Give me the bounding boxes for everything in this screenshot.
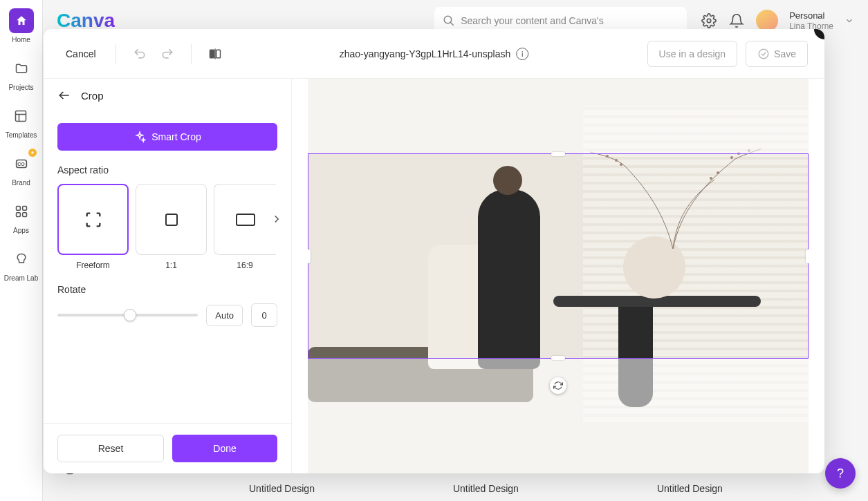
user-plan: Personal bbox=[789, 10, 833, 21]
arrow-left-icon bbox=[57, 88, 71, 102]
use-in-design-button[interactable]: Use in a design bbox=[647, 41, 738, 67]
svg-point-14 bbox=[759, 49, 768, 59]
ratio-16-9[interactable]: 16:9 bbox=[214, 184, 276, 270]
search-icon bbox=[443, 15, 455, 27]
smart-crop-label: Smart Crop bbox=[151, 131, 201, 142]
divider bbox=[191, 44, 192, 64]
nav-templates[interactable]: Templates bbox=[6, 104, 37, 139]
sparkle-icon bbox=[133, 131, 146, 143]
modal-body: Crop Smart Crop Aspect ratio Freeform bbox=[44, 79, 824, 473]
rotate-slider[interactable] bbox=[57, 314, 198, 316]
rotate-controls: Auto bbox=[57, 303, 277, 327]
ratio-freeform[interactable]: Freeform bbox=[57, 184, 129, 270]
crop-title: Crop bbox=[81, 90, 104, 102]
filename-text: zhao-yangyang-Y3gpL1HrL14-unsplash bbox=[340, 48, 511, 59]
crop-handle-right[interactable] bbox=[806, 249, 809, 263]
help-button[interactable]: ? bbox=[825, 458, 856, 489]
smart-crop-button[interactable]: Smart Crop bbox=[57, 123, 277, 151]
nav-brand[interactable]: CO Brand bbox=[9, 151, 34, 187]
folder-icon bbox=[9, 56, 34, 81]
rotate-handle[interactable] bbox=[550, 377, 566, 394]
undo-icon bbox=[133, 47, 147, 61]
auto-button[interactable]: Auto bbox=[206, 305, 243, 326]
help-label: ? bbox=[837, 466, 844, 481]
nav-label: Projects bbox=[8, 84, 33, 91]
info-icon[interactable]: i bbox=[516, 48, 528, 60]
square-icon bbox=[163, 211, 180, 228]
nav-apps[interactable]: Apps bbox=[9, 199, 34, 234]
crop-panel: Crop Smart Crop Aspect ratio Freeform bbox=[44, 79, 292, 473]
design-item[interactable]: Untitled Design bbox=[453, 483, 519, 494]
ratio-thumb bbox=[136, 184, 207, 255]
ratio-label: 16:9 bbox=[237, 261, 252, 270]
ratio-options: Freeform 1:1 16:9 bbox=[57, 184, 277, 270]
reset-button[interactable]: Reset bbox=[57, 435, 164, 462]
svg-rect-0 bbox=[16, 111, 26, 122]
aspect-ratio-label: Aspect ratio bbox=[57, 164, 277, 176]
settings-icon[interactable] bbox=[701, 12, 717, 29]
crop-dim-bottom bbox=[308, 359, 809, 473]
save-label: Save bbox=[774, 48, 796, 59]
svg-point-8 bbox=[444, 16, 452, 23]
flip-button[interactable] bbox=[205, 44, 225, 64]
ratio-thumb bbox=[214, 184, 276, 255]
templates-icon bbox=[8, 104, 33, 129]
image-preview bbox=[292, 79, 824, 473]
left-nav-rail: Home Projects Templates CO Brand bbox=[0, 0, 43, 501]
crop-content: Smart Crop Aspect ratio Freeform bbox=[44, 112, 291, 423]
rotate-input[interactable] bbox=[251, 303, 277, 327]
bell-icon[interactable] bbox=[728, 12, 745, 29]
wide-icon bbox=[235, 213, 256, 227]
crop-handle-left[interactable] bbox=[308, 249, 311, 263]
nav-label: Templates bbox=[6, 131, 37, 139]
done-button[interactable]: Done bbox=[172, 435, 277, 462]
filename-area: zhao-yangyang-Y3gpL1HrL14-unsplash i bbox=[340, 48, 529, 60]
ratio-label: Freeform bbox=[76, 261, 110, 270]
image-canvas[interactable] bbox=[308, 79, 809, 473]
dream-lab-icon bbox=[9, 247, 34, 272]
search-placeholder: Search your content and Canva's bbox=[461, 15, 604, 26]
undo-button[interactable] bbox=[130, 44, 149, 64]
apps-icon bbox=[9, 199, 34, 224]
crop-handle-top[interactable] bbox=[551, 152, 565, 156]
ratio-1-1[interactable]: 1:1 bbox=[136, 184, 207, 270]
rotate-label: Rotate bbox=[57, 284, 277, 295]
user-info[interactable]: Personal Lina Thorne bbox=[789, 10, 833, 31]
svg-rect-17 bbox=[237, 214, 255, 225]
svg-rect-4 bbox=[16, 207, 20, 211]
svg-rect-5 bbox=[22, 207, 26, 211]
svg-rect-12 bbox=[216, 50, 220, 58]
modal-header: Cancel zhao-yangyang-Y3gpL1HrL14-unsplas… bbox=[44, 29, 824, 79]
divider bbox=[116, 44, 116, 64]
rotate-icon bbox=[553, 381, 563, 390]
redo-button[interactable] bbox=[158, 44, 177, 64]
nav-label: Dream Lab bbox=[4, 274, 38, 282]
crop-dim-top bbox=[308, 79, 809, 153]
nav-projects[interactable]: Projects bbox=[8, 56, 33, 91]
crop-modal: Cancel zhao-yangyang-Y3gpL1HrL14-unsplas… bbox=[44, 29, 824, 473]
svg-rect-11 bbox=[210, 50, 214, 58]
design-item[interactable]: Untitled Design bbox=[657, 483, 723, 494]
save-button[interactable]: Save bbox=[746, 41, 808, 67]
design-item[interactable]: Untitled Design bbox=[249, 483, 315, 494]
redo-icon bbox=[160, 47, 174, 61]
brand-icon: CO bbox=[9, 151, 34, 176]
svg-point-10 bbox=[707, 19, 711, 23]
slider-thumb[interactable] bbox=[124, 309, 136, 321]
nav-home[interactable]: Home bbox=[9, 8, 34, 44]
ratio-thumb bbox=[57, 184, 129, 255]
crop-handle-bottom[interactable] bbox=[551, 356, 565, 360]
chevron-right-icon bbox=[270, 213, 283, 225]
designs-row: Untitled Design Untitled Design Untitled… bbox=[64, 483, 847, 494]
flip-icon bbox=[208, 47, 222, 61]
freeform-icon bbox=[84, 210, 103, 229]
nav-dream-lab[interactable]: Dream Lab bbox=[4, 247, 38, 282]
ratio-next-button[interactable] bbox=[270, 213, 283, 225]
back-button[interactable] bbox=[57, 88, 71, 102]
crop-box[interactable] bbox=[308, 153, 809, 359]
ratio-label: 1:1 bbox=[165, 261, 177, 270]
cancel-button[interactable]: Cancel bbox=[60, 48, 102, 59]
chevron-down-icon[interactable] bbox=[844, 16, 854, 26]
crop-footer: Reset Done bbox=[44, 423, 291, 473]
svg-rect-6 bbox=[16, 213, 20, 217]
